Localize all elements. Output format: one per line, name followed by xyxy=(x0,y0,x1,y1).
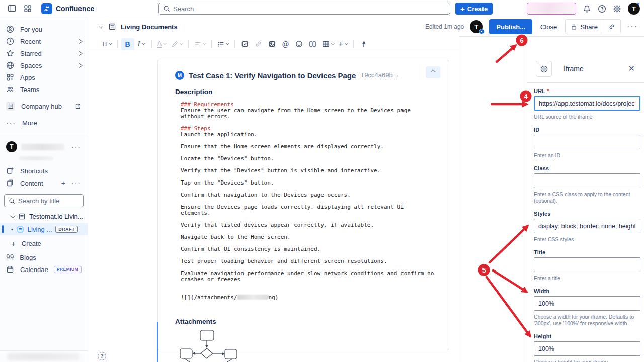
create-button[interactable]: + Create xyxy=(455,3,493,15)
sidebar-item-more[interactable]: ··· More xyxy=(0,117,88,129)
link-icon xyxy=(255,40,262,48)
help-icon[interactable] xyxy=(598,5,606,13)
close-button[interactable]: Close xyxy=(538,23,559,31)
code-line: Test proper loading behavior and differe… xyxy=(181,258,437,264)
copy-link-button[interactable] xyxy=(603,20,620,34)
tree-item-selected[interactable]: • Living ... DRAFT xyxy=(0,223,88,235)
text-style-button[interactable]: Tt xyxy=(99,38,114,50)
share-button-group: Share xyxy=(565,19,621,34)
chevron-down-icon[interactable] xyxy=(99,24,104,29)
collapse-sidebar-icon[interactable] xyxy=(5,2,18,15)
mention-button[interactable]: @ xyxy=(279,38,292,50)
sidebar-item-content[interactable]: Content + ··· xyxy=(0,177,88,189)
sidebar-search[interactable] xyxy=(4,194,84,207)
sidebar-footer xyxy=(0,350,88,362)
add-content-icon[interactable]: + xyxy=(61,179,65,187)
code-line: Ensure that the Home screen elements are… xyxy=(181,144,437,150)
chevron-up-icon xyxy=(431,69,436,74)
app-switcher-icon[interactable] xyxy=(21,2,34,15)
global-search[interactable] xyxy=(158,3,450,15)
task-checkbox-button[interactable] xyxy=(238,38,252,50)
tree-item-parent[interactable]: Testomat.io Livin... xyxy=(0,210,88,222)
layouts-button[interactable] xyxy=(306,38,319,50)
confluence-logo[interactable]: Confluence xyxy=(41,3,94,14)
code-line: Ensure the Devices page loads correctly,… xyxy=(181,204,437,216)
id-input[interactable] xyxy=(534,135,640,149)
sidebar-item-blogs[interactable]: 99 Blogs xyxy=(0,251,88,263)
text-color-button[interactable]: A xyxy=(155,38,169,50)
tree-create-button[interactable]: + Create xyxy=(0,237,88,249)
code-line: Tap on the "Devices" button. xyxy=(181,180,437,186)
breadcrumb[interactable]: Living Documents xyxy=(121,23,178,31)
styles-input[interactable] xyxy=(534,219,640,233)
redacted-org-badge xyxy=(527,3,576,15)
emoji-button[interactable] xyxy=(293,38,306,50)
sidebar-item-spaces[interactable]: Spaces xyxy=(0,59,88,71)
columns-icon xyxy=(309,40,316,48)
editor-avatar[interactable]: T xyxy=(470,20,483,33)
bold-button[interactable]: B xyxy=(121,38,134,50)
sidebar-item-apps[interactable]: Apps xyxy=(0,71,88,83)
italic-button[interactable]: I xyxy=(135,38,148,50)
page-icon xyxy=(17,226,24,233)
code-line: Evaluate navigation performance under sl… xyxy=(181,270,437,283)
redacted-space-subtitle xyxy=(19,156,53,160)
notifications-bell-icon[interactable] xyxy=(583,5,591,13)
people-icon xyxy=(6,85,14,94)
title-helper: Enter a title xyxy=(534,275,640,282)
sidebar-item-company-hub[interactable]: Company hub xyxy=(0,100,88,112)
pin-toolbar-button[interactable] xyxy=(357,38,370,50)
settings-gear-icon[interactable] xyxy=(613,5,621,13)
space-more-icon[interactable]: ··· xyxy=(71,145,82,149)
global-search-input[interactable] xyxy=(173,5,446,13)
insert-more-button[interactable]: + xyxy=(337,38,350,50)
editor-help-button[interactable]: ? xyxy=(98,352,106,360)
user-avatar[interactable]: T xyxy=(628,3,640,15)
draft-badge: DRAFT xyxy=(55,226,78,233)
test-case-id-link[interactable]: T9cc4a69b→ xyxy=(360,71,399,79)
pen-icon xyxy=(171,41,178,48)
height-helper: Choose a height for your iframe xyxy=(534,359,640,362)
markdown-code-block[interactable]: ### Requirements Ensure the user can nav… xyxy=(175,102,437,301)
publish-button[interactable]: Publish... xyxy=(489,19,532,34)
sidebar-item-teams[interactable]: Teams xyxy=(0,83,88,96)
alignment-button[interactable] xyxy=(192,38,208,50)
sidebar-item-shortcuts[interactable]: Shortcuts xyxy=(0,165,88,177)
panel-title: Iframe xyxy=(564,65,627,73)
share-button[interactable]: Share xyxy=(566,20,603,34)
app-name: Confluence xyxy=(56,5,94,13)
more-actions-icon[interactable]: ··· xyxy=(627,25,638,29)
insert-image-button[interactable] xyxy=(266,38,279,50)
attachment-markdown-line: ![](/attachments/ng) xyxy=(181,295,437,301)
insert-link-button[interactable] xyxy=(252,38,265,50)
url-input[interactable] xyxy=(534,96,640,111)
chevron-right-icon xyxy=(77,63,83,68)
person-icon xyxy=(6,25,14,33)
collapse-card-button[interactable] xyxy=(426,66,440,78)
close-panel-icon[interactable]: ✕ xyxy=(627,64,636,74)
list-button[interactable] xyxy=(215,38,231,50)
sidebar-item-calendars[interactable]: Calendars PREMIUM xyxy=(0,263,88,276)
content-more-icon[interactable]: ··· xyxy=(71,181,82,185)
highlight-pen-button[interactable] xyxy=(169,38,185,50)
flowchart-diagram-image[interactable] xyxy=(176,329,243,362)
sidebar-item-for-you[interactable]: For you xyxy=(0,23,88,35)
globe-icon xyxy=(6,61,14,69)
class-input[interactable] xyxy=(534,173,640,188)
table-button[interactable] xyxy=(320,38,336,50)
space-header[interactable]: T ··· xyxy=(0,140,88,153)
title-input[interactable] xyxy=(534,257,640,272)
iframe-properties-panel: Iframe ✕ URL * URL source of the iframe … xyxy=(527,37,644,362)
svg-text:6: 6 xyxy=(520,37,523,44)
chevron-down-icon[interactable] xyxy=(11,213,16,218)
sidebar-item-recent[interactable]: Recent xyxy=(0,35,88,47)
sidebar-item-starred[interactable]: Starred xyxy=(0,47,88,59)
redacted-space-name xyxy=(21,144,64,150)
height-input[interactable] xyxy=(534,341,640,356)
annotation-arrow-5b xyxy=(493,270,526,292)
width-input[interactable] xyxy=(534,296,640,311)
id-field: ID Enter an ID xyxy=(534,127,640,159)
sidebar-search-input[interactable] xyxy=(18,197,79,205)
extension-icon-button[interactable] xyxy=(536,61,552,77)
document-icon xyxy=(108,23,116,31)
